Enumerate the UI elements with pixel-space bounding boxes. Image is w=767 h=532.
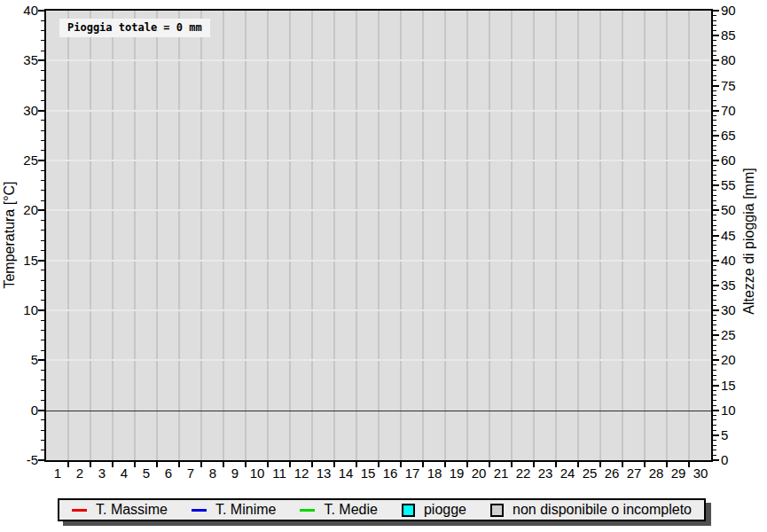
y-right-tick-label: 5 (721, 427, 756, 443)
day-gridline (533, 11, 535, 460)
y-right-tick (713, 150, 716, 151)
y-left-tick-label: 40 (0, 3, 38, 19)
y-right-tick (713, 315, 716, 316)
y-right-tick (713, 410, 719, 411)
y-right-tick (713, 70, 716, 71)
y-left-tick (41, 200, 44, 201)
y-left-tick (41, 350, 44, 351)
y-right-tick (713, 120, 716, 121)
day-gridline (356, 11, 357, 460)
y-right-tick (713, 110, 719, 112)
y-right-tick (713, 125, 716, 126)
x-tick-label: 21 (489, 466, 513, 481)
day-gridline (67, 11, 69, 460)
y-right-tick-label: 90 (721, 3, 756, 19)
y-right-tick (713, 320, 716, 321)
day-gridline (311, 11, 313, 460)
y-right-tick (713, 359, 719, 361)
y-right-tick (713, 385, 719, 387)
temperature-major-gridline (46, 359, 711, 361)
y-right-tick (713, 334, 719, 336)
y-left-tick (41, 419, 44, 420)
x-tick-label: 19 (445, 466, 468, 481)
day-gridline (666, 11, 668, 460)
y-right-tick (713, 280, 716, 281)
y-right-tick (713, 295, 716, 296)
y-right-tick (713, 190, 716, 191)
y-left-tick-label: -5 (0, 452, 38, 468)
y-right-tick (713, 160, 719, 161)
y-left-tick (41, 140, 44, 141)
y-right-tick-label: 85 (721, 27, 756, 43)
y-right-tick (713, 260, 719, 262)
y-right-tick (713, 235, 719, 237)
chart-container: -505101520253035400510152025303540455055… (0, 0, 767, 532)
y-right-tick-label: 65 (721, 128, 756, 144)
day-gridline (333, 11, 335, 460)
x-tick-label: 26 (600, 466, 623, 481)
y-right-tick (713, 215, 716, 215)
y-right-tick (713, 115, 716, 116)
y-left-tick (41, 270, 44, 270)
y-right-tick (713, 95, 716, 96)
y-right-tick (713, 250, 716, 251)
y-left-tick (41, 430, 44, 431)
y-right-tick (713, 325, 716, 325)
x-tick-label: 14 (334, 466, 357, 481)
y-right-tick (713, 135, 719, 137)
y-right-tick (713, 330, 716, 331)
x-tick-label: 8 (201, 466, 224, 481)
x-tick-label: 24 (556, 466, 579, 481)
y-right-tick (713, 455, 716, 456)
y-left-tick (41, 320, 44, 321)
y-right-tick (713, 350, 716, 351)
y-right-tick (713, 405, 716, 406)
y-right-tick (713, 15, 716, 16)
y-right-tick (713, 230, 716, 231)
y-right-tick (713, 434, 719, 436)
x-tick-label: 23 (534, 466, 557, 481)
y-right-tick (713, 130, 716, 131)
y-right-tick (713, 184, 719, 186)
y-right-tick (713, 35, 719, 36)
legend-item-label: T. Minime (215, 502, 276, 518)
legend-item: T. Minime (192, 502, 276, 518)
y-left-tick (41, 340, 44, 340)
legend-line-swatch-icon (72, 509, 87, 512)
y-right-tick (713, 395, 716, 395)
x-tick-label: 27 (622, 466, 646, 481)
legend-item-label: T. Medie (324, 502, 377, 518)
y-right-tick (713, 255, 716, 256)
y-right-tick-label: 20 (721, 352, 756, 368)
day-gridline (577, 11, 579, 460)
y-left-tick (38, 260, 44, 262)
y-right-tick (713, 200, 716, 201)
y-right-tick-label: 25 (721, 327, 756, 343)
y-right-tick (713, 55, 716, 56)
y-right-tick (713, 305, 716, 306)
y-left-tick-label: 30 (0, 103, 38, 119)
x-tick-label: 20 (467, 466, 490, 481)
day-gridline (644, 11, 646, 460)
day-gridline (178, 11, 180, 460)
temperature-major-gridline (46, 309, 711, 311)
temperature-major-gridline (46, 59, 711, 61)
day-gridline (444, 11, 446, 460)
y-right-tick (713, 245, 716, 246)
y-right-tick-label: 15 (721, 378, 756, 394)
y-left-tick (41, 440, 44, 441)
legend-item-label: piogge (424, 502, 466, 518)
y-right-tick (713, 140, 716, 141)
day-gridline (134, 11, 136, 460)
x-tick-label: 4 (113, 466, 136, 481)
day-gridline (90, 11, 91, 460)
x-tick-label: 30 (689, 466, 712, 481)
y-right-tick (713, 51, 716, 51)
y-left-tick (41, 300, 44, 301)
day-gridline (400, 11, 402, 460)
y-right-tick (713, 100, 716, 101)
legend-item: T. Medie (300, 502, 377, 518)
x-tick-label: 6 (157, 466, 180, 481)
y-right-tick (713, 195, 716, 196)
y-left-tick-label: 10 (0, 302, 38, 318)
